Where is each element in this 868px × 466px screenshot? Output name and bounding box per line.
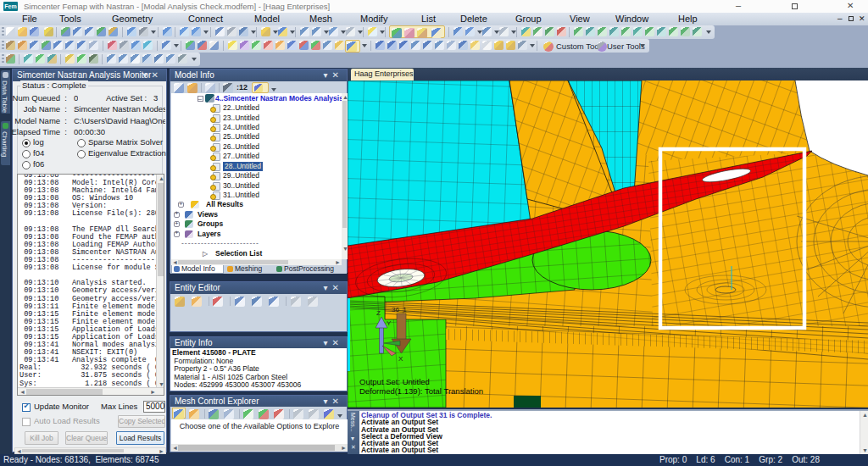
view-tabbar: Haag Enterprises ✕ [348, 68, 868, 80]
viewport: X Y Z 36 1 Output Set: Untitled Deformed… [348, 80, 868, 408]
analysis-monitor: Simcenter Nastran Analysis Monitor▾✕Stat… [12, 69, 167, 452]
svg-text:Output Set: Untitled: Output Set: Untitled [359, 377, 430, 386]
menu-bar: FileToolsGeometryConnectModelMeshModifyL… [0, 13, 868, 25]
messages: Mess...▾✕Cleanup of Output Set 31 is Com… [348, 409, 868, 454]
femap-main-window: FemSimcenter Femap with Nastran - [Modal… [0, 0, 868, 466]
entity-editor: Entity Editor▾✕ [170, 281, 348, 332]
entity-info: Entity Info▾✕Element 415080 - PLATE Form… [170, 336, 348, 391]
mesh-control-explorer: Mesh Control Explorer▾✕Choose one of the… [170, 395, 348, 452]
svg-text:X: X [398, 355, 403, 363]
status-bar: Ready - Nodes: 68136, Elements: 68745Pro… [0, 454, 868, 466]
title-bar: FemSimcenter Femap with Nastran - [Modal… [0, 0, 868, 13]
left-tab-strip: Data TableCharting [0, 68, 10, 454]
svg-text:36 1: 36 1 [392, 306, 407, 313]
toolbars: Custom ToolsUser Tools [0, 25, 868, 68]
svg-text:Z: Z [376, 309, 381, 317]
svg-text:Deformed(1.139): Total Transla: Deformed(1.139): Total Translation [359, 386, 483, 396]
svg-text:Y: Y [387, 319, 392, 327]
model-info: Model Info▾✕:12–4..Simcenter Nastran Mod… [170, 69, 348, 273]
